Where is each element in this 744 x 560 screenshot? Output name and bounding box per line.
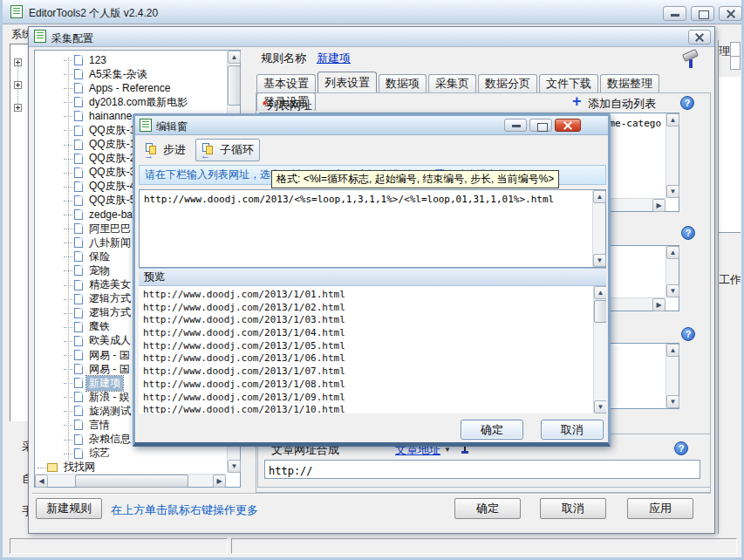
scroll-up-button[interactable]	[228, 51, 241, 64]
tree-expand-icon[interactable]	[14, 58, 22, 66]
preview-list: http://www.doodj.com/2013/1/01.htmlhttp:…	[139, 286, 606, 413]
preview-url[interactable]: http://www.doodj.com/2013/1/05.html	[139, 340, 606, 353]
tab[interactable]: 数据分页	[478, 74, 537, 92]
tree-item[interactable]: 123	[35, 53, 227, 67]
article-url-input[interactable]: http://	[264, 460, 700, 479]
tree-expand-icon[interactable]	[14, 81, 22, 89]
scroll-thumb[interactable]	[75, 475, 188, 488]
minimize-button[interactable]	[663, 6, 686, 21]
step-button[interactable]: → 步进	[140, 139, 191, 161]
help-icon[interactable]	[680, 96, 694, 110]
tab[interactable]: 列表设置	[317, 72, 377, 92]
page-icon	[74, 406, 83, 416]
ok-button[interactable]: 确定	[454, 498, 521, 519]
url-template-textarea[interactable]: http://www.doodj.com/2013/<%s=loop,1,3,1…	[139, 189, 606, 268]
scroll-right-button[interactable]	[652, 298, 666, 311]
tab[interactable]: 基本设置	[256, 74, 316, 92]
page-icon	[74, 126, 83, 136]
tree-hscrollbar[interactable]	[35, 474, 226, 487]
tree-item[interactable]: dy2018.com最新电影	[35, 95, 227, 109]
config-close-button[interactable]	[688, 30, 711, 44]
rule-name-link[interactable]: 新建项	[317, 51, 351, 66]
cancel-button[interactable]: 取消	[540, 498, 606, 519]
help-icon[interactable]	[674, 441, 688, 455]
subloop-button[interactable]: ← 子循环	[195, 139, 260, 161]
restore-button[interactable]	[691, 6, 714, 21]
vscrollbar[interactable]	[592, 190, 605, 267]
page-icon	[74, 83, 83, 93]
vscrollbar[interactable]	[666, 113, 679, 198]
close-button[interactable]	[719, 6, 742, 21]
scroll-down-button[interactable]	[666, 395, 679, 408]
tree-item[interactable]: Apps - Reference	[35, 81, 227, 95]
vscrollbar[interactable]	[666, 344, 679, 408]
scroll-down-button[interactable]	[594, 400, 606, 413]
tree-item-label: 宠物	[86, 263, 113, 278]
edit-cancel-button[interactable]: 取消	[541, 420, 604, 440]
help-icon[interactable]	[681, 327, 695, 341]
scroll-up-button[interactable]	[666, 113, 679, 126]
edit-ok-button[interactable]: 确定	[461, 420, 523, 440]
subloop-button-label: 子循环	[220, 142, 254, 158]
vscrollbar[interactable]	[666, 246, 679, 297]
scroll-down-button[interactable]	[228, 460, 241, 473]
preview-url[interactable]: http://www.doodj.com/2013/1/10.html	[139, 404, 606, 413]
apply-button[interactable]: 应用	[627, 498, 693, 519]
page-icon	[74, 167, 83, 178]
right-click-hint[interactable]: 在上方单击鼠标右键操作更多	[111, 502, 258, 518]
tab[interactable]: 文件下载	[539, 74, 598, 92]
new-rule-button[interactable]: 新建规则	[36, 498, 102, 519]
preview-vscrollbar[interactable]	[593, 286, 606, 413]
preview-url[interactable]: http://www.doodj.com/2013/1/01.html	[139, 289, 606, 302]
page-icon	[74, 336, 83, 346]
preview-url[interactable]: http://www.doodj.com/2013/1/03.html	[139, 314, 606, 327]
page-icon	[74, 280, 83, 290]
step-button-label: 步进	[163, 142, 186, 158]
dialog-icon	[34, 30, 46, 43]
page-icon	[74, 448, 83, 459]
page-icon	[74, 209, 83, 220]
scroll-down-button[interactable]	[593, 254, 606, 267]
edit-close-button[interactable]	[555, 119, 581, 132]
tab[interactable]: 数据整理	[600, 74, 659, 92]
scroll-left-button[interactable]	[35, 475, 48, 488]
scroll-up-button[interactable]	[594, 286, 606, 299]
preview-url[interactable]: http://www.doodj.com/2013/1/06.html	[139, 352, 606, 365]
scroll-thumb[interactable]	[594, 300, 606, 323]
edit-restore-button[interactable]	[529, 119, 552, 132]
scroll-down-button[interactable]	[666, 185, 679, 198]
tree-item[interactable]: 综艺	[35, 447, 227, 461]
tree-expand-icon[interactable]	[14, 104, 22, 112]
page-icon	[74, 322, 83, 332]
page-icon	[74, 69, 83, 79]
preview-url[interactable]: http://www.doodj.com/2013/1/07.html	[139, 365, 606, 379]
tree-item-label: 新建项	[86, 376, 123, 391]
tab[interactable]: 采集页	[428, 74, 476, 92]
scroll-up-button[interactable]	[666, 246, 679, 259]
tree-item[interactable]: 找找网	[35, 461, 227, 473]
main-titlebar[interactable]: EditorTools2 个人版 v2.4.20	[3, 0, 741, 24]
scroll-up-button[interactable]	[666, 344, 679, 357]
edit-minimize-button[interactable]	[504, 119, 527, 132]
hammer-icon[interactable]	[681, 48, 700, 69]
list-url-label: *列表网址	[263, 98, 312, 113]
preview-url[interactable]: http://www.doodj.com/2013/1/08.html	[139, 379, 606, 392]
preview-url[interactable]: http://www.doodj.com/2013/1/09.html	[139, 392, 606, 405]
preview-url[interactable]: http://www.doodj.com/2013/1/02.html	[139, 302, 606, 315]
scroll-right-button[interactable]	[652, 199, 666, 212]
config-dialog-titlebar[interactable]: 采集配置	[29, 27, 714, 47]
tree-item[interactable]: A5采集-杂谈	[35, 67, 227, 81]
tree-item-label: 网易 - 国	[86, 362, 133, 377]
main-window-title: EditorTools2 个人版 v2.4.20	[29, 6, 158, 21]
scroll-down-button[interactable]	[666, 284, 679, 297]
page-icon	[74, 237, 83, 248]
add-auto-list-button[interactable]: 添加自动列表	[588, 96, 656, 112]
scroll-thumb[interactable]	[228, 65, 241, 106]
edit-dialog-titlebar[interactable]: 编辑窗	[135, 116, 608, 135]
dropdown-caret-icon[interactable]: ▼	[444, 446, 451, 454]
scroll-right-button[interactable]	[213, 475, 226, 488]
tab[interactable]: 数据项	[379, 74, 427, 92]
help-icon[interactable]	[681, 226, 695, 240]
preview-url[interactable]: http://www.doodj.com/2013/1/04.html	[139, 327, 606, 340]
scroll-up-button[interactable]	[593, 190, 606, 203]
